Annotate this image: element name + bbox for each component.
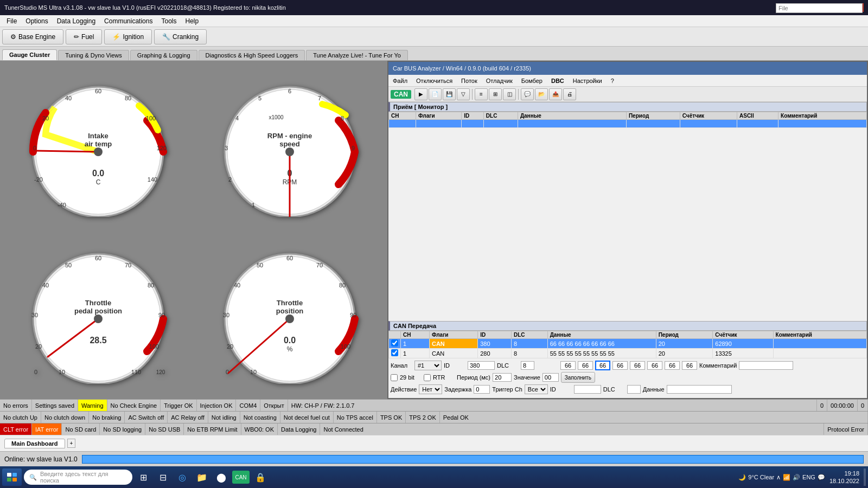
svg-text:2: 2 <box>228 176 231 183</box>
start-button[interactable] <box>2 468 22 486</box>
menu-datalogging[interactable]: Data Logging <box>53 16 100 26</box>
checkbox-29bit[interactable] <box>391 374 398 381</box>
status-protocol-error: Protocol Error <box>824 423 868 435</box>
cranking-button[interactable]: 🔧 Cranking <box>154 29 207 44</box>
fuel-button[interactable]: ✏ Fuel <box>66 29 102 44</box>
can-tool-export[interactable]: 📤 <box>549 88 562 100</box>
data-byte-1[interactable] <box>578 361 593 370</box>
data-byte-2[interactable] <box>595 361 610 370</box>
taskbar-icon-can[interactable]: CAN <box>232 471 250 484</box>
data-byte-0[interactable] <box>560 361 576 370</box>
taskbar-icon-folder[interactable]: 📁 <box>193 468 210 486</box>
can-menubar[interactable]: Файл Отключиться Поток Отладчик Бомбер D… <box>388 75 867 87</box>
send-id-label: ID <box>550 386 572 393</box>
can-menu-debug[interactable]: Отладчик <box>484 76 515 85</box>
delay-input[interactable] <box>474 385 490 394</box>
period-input[interactable] <box>493 373 512 382</box>
status-trigger-ok: Trigger OK <box>161 400 196 411</box>
show-desktop-button[interactable] <box>864 468 866 486</box>
menu-file[interactable]: File <box>2 16 21 26</box>
menu-help[interactable]: Help <box>181 16 203 26</box>
comment-input[interactable] <box>739 361 793 370</box>
ignition-icon: ⚡ <box>112 33 120 41</box>
taskbar-icon-apps[interactable]: ⊟ <box>154 468 171 486</box>
menu-options[interactable]: Options <box>21 16 52 26</box>
can-menu-settings[interactable]: Настройки <box>571 76 604 85</box>
send-row-1[interactable]: 1 CAN 380 8 66 66 66 66 66 66 66 66 20 6… <box>389 339 867 349</box>
taskbar-icon-chrome[interactable]: ⬤ <box>213 468 230 486</box>
status-no-braking: No braking <box>89 412 125 423</box>
trigger-select[interactable]: Все <box>525 384 548 394</box>
tab-tuning-dyno[interactable]: Tuning & Dyno Views <box>58 50 129 60</box>
col-ascii: ASCII <box>737 112 778 120</box>
checkbox-rtr[interactable] <box>424 374 431 381</box>
data-byte-3[interactable] <box>612 361 628 370</box>
search-input[interactable] <box>776 3 863 13</box>
tab-graphing[interactable]: Graphing & Logging <box>130 50 197 60</box>
data-byte-6[interactable] <box>665 361 680 370</box>
base-engine-button[interactable]: ⚙ Base Engine <box>2 29 63 44</box>
can-menu-help[interactable]: ? <box>609 76 616 85</box>
notification-icon: 💬 <box>818 474 825 481</box>
ignition-button[interactable]: ⚡ Ignition <box>104 29 152 44</box>
menu-tools[interactable]: Tools <box>157 16 181 26</box>
main-dashboard-tab[interactable]: Main Dashboard <box>4 439 65 448</box>
can-tool-file[interactable]: 📄 <box>429 88 442 100</box>
status-no-clutch-up: No clutch Up <box>0 412 41 423</box>
can-receive-title: Приём [ Монитор ] <box>388 102 867 112</box>
svg-text:80: 80 <box>124 95 131 101</box>
can-menu-file[interactable]: Файл <box>391 76 410 85</box>
can-tool-view3[interactable]: ◫ <box>503 88 516 100</box>
wifi-icon: 📶 <box>783 474 790 481</box>
tab-diagnostics[interactable]: Diagnostics & High Speed Loggers <box>199 50 305 60</box>
can-menu-disconnect[interactable]: Отключиться <box>414 76 455 85</box>
tab-tune-analyze[interactable]: Tune Analyze Live! - Tune For Yo <box>306 50 408 60</box>
can-tool-print[interactable]: 🖨 <box>563 88 576 100</box>
fill-button[interactable]: Заполнить <box>561 372 595 383</box>
taskbar-icon-app2[interactable]: 🔒 <box>252 468 269 486</box>
send-id-input[interactable] <box>574 385 601 394</box>
taskbar-search-bar[interactable]: 🔍 Введите здесь текст для поиска <box>24 470 132 485</box>
status-not-coasting: Not coasting <box>240 412 280 423</box>
can-tool-filter[interactable]: ▽ <box>457 88 470 100</box>
gauges-panel: -40 -20 0 20 40 60 80 100 120 140 Intake… <box>0 61 387 399</box>
receive-selected-row[interactable] <box>389 120 867 128</box>
send-row-2[interactable]: 1 CAN 280 8 55 55 55 55 55 55 55 55 20 1… <box>389 349 867 358</box>
status-no-sd-usb: No SD USB <box>145 423 184 435</box>
channel-select[interactable]: #1 <box>414 361 442 370</box>
engine-icon: ⚙ <box>10 33 16 41</box>
throttle-pedal-gauge: 10 20 30 40 50 60 70 80 90 100 110 0 120 <box>4 232 192 395</box>
add-tab-button[interactable]: + <box>67 439 76 448</box>
can-menu-dbc[interactable]: DBC <box>549 76 566 85</box>
tab-gauge-cluster[interactable]: Gauge Cluster <box>2 49 57 60</box>
can-tool-view1[interactable]: ≡ <box>475 88 488 100</box>
data-byte-7[interactable] <box>682 361 697 370</box>
can-menu-stream[interactable]: Поток <box>459 76 480 85</box>
svg-text:40: 40 <box>65 95 71 101</box>
menu-communications[interactable]: Communications <box>100 16 157 26</box>
svg-text:C: C <box>95 178 100 186</box>
dlc-input[interactable] <box>521 361 534 370</box>
data-byte-4[interactable] <box>630 361 645 370</box>
can-tool-comment[interactable]: 💬 <box>521 88 534 100</box>
data-byte-5[interactable] <box>647 361 662 370</box>
send-data-input[interactable] <box>667 385 732 394</box>
svg-line-16 <box>36 151 98 152</box>
taskbar-icon-edge[interactable]: ◎ <box>174 468 191 486</box>
can-tool-save[interactable]: 💾 <box>443 88 456 100</box>
svg-text:60: 60 <box>94 255 101 261</box>
send-row2-checkbox[interactable] <box>391 349 398 356</box>
can-tool-open[interactable]: 📂 <box>535 88 548 100</box>
can-send-table[interactable]: CH Флаги ID DLC Данные Период Счётчик Ко… <box>388 331 867 358</box>
can-tool-play[interactable]: ▶ <box>414 88 427 100</box>
action-select[interactable]: Нет <box>419 384 442 394</box>
can-menu-bomber[interactable]: Бомбер <box>519 76 545 85</box>
throttle-position-gauge: 10 20 30 40 50 60 70 80 90 100 0 Throttl… <box>196 232 383 395</box>
id-input[interactable] <box>468 361 495 370</box>
taskbar-icon-task-view[interactable]: ⊞ <box>135 468 152 486</box>
value-input[interactable] <box>542 373 559 382</box>
status-not-decel: Not decel fuel cut <box>280 412 334 423</box>
send-row1-checkbox[interactable] <box>391 339 398 346</box>
send-dlc-input[interactable] <box>627 385 641 394</box>
can-tool-view2[interactable]: ⊞ <box>489 88 502 100</box>
